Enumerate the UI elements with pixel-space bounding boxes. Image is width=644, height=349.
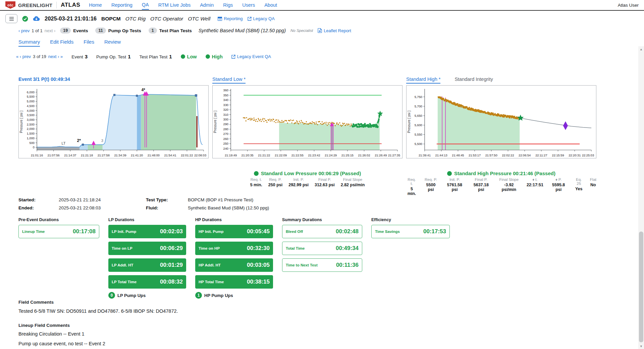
badge-label: Events: [73, 28, 88, 33]
tab-summary[interactable]: Summary: [18, 39, 40, 47]
job-next-link[interactable]: next ›: [45, 28, 56, 33]
standard-high-chart: 5,5005,5505,6005,6505,7005,75021:39:4121…: [406, 85, 596, 158]
cloud-download-icon[interactable]: [33, 16, 40, 21]
svg-text:21:53:17: 21:53:17: [469, 154, 481, 157]
nav-item-about[interactable]: About: [264, 1, 277, 9]
duration-value: 00:05:45: [247, 228, 270, 235]
nav-item-reporting[interactable]: Reporting: [111, 1, 132, 9]
scroll-up-arrow[interactable]: ▲: [638, 46, 644, 52]
standard-low-chart-block: Standard Low * 2402502602702802903003103…: [212, 77, 402, 158]
svg-text:21:22:55: 21:22:55: [291, 154, 304, 157]
fluid-value: Synthetic Based Mud (SBM) (12.50 ppg): [188, 205, 269, 210]
otc-logo-icon: otc: [5, 1, 15, 9]
svg-text:260: 260: [223, 137, 228, 141]
pump-op-test-counter: Pump Op. Test1: [96, 54, 130, 59]
svg-text:21:26:49: 21:26:49: [375, 154, 387, 157]
duration-label: HP Total Time: [199, 280, 224, 284]
scrollbar-thumb[interactable]: [639, 232, 643, 342]
standard-high-stat-columns: Req. t.5 min.Req. P.5500 psiInit. P.5761…: [406, 178, 596, 196]
standard-high-chart-svg: 5,5005,5505,6005,6505,7005,75021:39:4121…: [407, 86, 596, 158]
svg-text:280: 280: [223, 128, 228, 131]
svg-text:300: 300: [223, 118, 228, 121]
high-status-badge: High: [206, 54, 223, 59]
nav-item-rigs[interactable]: Rigs: [223, 1, 233, 9]
event-prev-link[interactable]: « ‹ prev: [16, 54, 31, 59]
job-badges: 19Events11Pump Op Tests1Test Plan Tests: [60, 28, 194, 34]
svg-text:240: 240: [223, 147, 228, 150]
stat-header: Final Slope: [341, 178, 365, 182]
svg-text:22:06:54: 22:06:54: [519, 154, 531, 157]
test-details: Started: 2025-03-21 21:18:24 Test Type: …: [18, 197, 269, 210]
nav-item-qa[interactable]: QA: [142, 0, 149, 10]
svg-text:21:20:35: 21:20:35: [241, 154, 254, 157]
duration-card-hp-addl-ht: HP Addl. HT00:03:05: [195, 258, 273, 272]
duration-value: 00:03:05: [247, 262, 270, 268]
scroll-down-arrow[interactable]: ▼: [638, 343, 644, 349]
stat-header: Req. P.: [423, 178, 438, 182]
svg-text:4*: 4*: [141, 88, 145, 92]
duration-card-time-on-lp: Time on LP00:06:29: [108, 242, 186, 255]
stat--t-: ♦ t.22:17:51: [527, 178, 543, 196]
job-page-indicator: 1 of 1: [32, 28, 43, 33]
svg-text:Pressure [ psi ]: Pressure [ psi ]: [407, 110, 411, 133]
tab-edit-fields[interactable]: Edit Fields: [50, 39, 73, 47]
svg-text:4,000: 4,000: [27, 109, 35, 112]
charts-row: Event 3/1 P(t) 00:49:34 LT2*34*05001,000…: [18, 77, 596, 161]
nav-item-home[interactable]: Home: [89, 1, 102, 9]
duration-card-time-on-hp: Time on HP00:32:30: [195, 242, 273, 255]
vertical-scrollbar[interactable]: ▲ ▼: [638, 46, 644, 349]
ended-value: 2025-03-21 22:08:03: [59, 205, 146, 210]
stat-value: 5 min.: [250, 183, 262, 187]
tab-standard-integrity[interactable]: Standard Integrity: [454, 77, 493, 82]
svg-text:5,700: 5,700: [415, 105, 422, 108]
stat-flat: FlatNo: [590, 178, 596, 196]
standard-low-chart: 2402502602702802903003103203303403503602…: [212, 85, 402, 158]
stat-final-slope: Final Slope2.82 psi/min: [341, 178, 365, 187]
svg-text:21:34:39: 21:34:39: [114, 154, 126, 157]
pumpups-lp-pump-ups: 0LP Pump Ups: [108, 292, 186, 299]
job-rig: OTC Rig: [125, 16, 146, 22]
svg-text:3,000: 3,000: [27, 118, 35, 121]
svg-text:21:57:50: 21:57:50: [485, 154, 497, 157]
stat-init-p-: Init. P.5761.58 psi: [444, 178, 465, 196]
stat-eq-25: Eq. 25Yes: [574, 178, 584, 196]
stat-final-p-: Final P.312.63 psi: [315, 178, 335, 187]
menu-button[interactable]: [5, 14, 17, 23]
legacy-qa-link[interactable]: Legacy QA: [248, 16, 275, 21]
job-prev-link[interactable]: ‹ prev: [18, 28, 30, 33]
user-menu[interactable]: Atlas User: [618, 3, 639, 8]
started-value: 2025-03-21 21:18:24: [59, 197, 146, 202]
lineup-comment-line: Pump up cause event, no test -- Event 2: [18, 340, 178, 347]
stat-value: 5637.18 psi: [471, 183, 491, 192]
svg-text:4,500: 4,500: [27, 104, 35, 108]
event-chart-title[interactable]: Event 3/1 P(t) 00:49:34: [18, 77, 70, 82]
event-next-link[interactable]: next › »: [48, 54, 63, 59]
svg-text:21:26:02: 21:26:02: [358, 154, 370, 157]
nav-item-rtm-live-jobs[interactable]: RTM Live Jobs: [158, 1, 191, 9]
tab-standard-high[interactable]: Standard High *: [406, 77, 440, 84]
reporting-link[interactable]: Reporting: [218, 16, 243, 21]
stat-req-p-: Req. P.5500 psi: [423, 178, 438, 196]
nav-item-admin[interactable]: Admin: [200, 1, 214, 9]
svg-text:21:21:22: 21:21:22: [258, 154, 270, 157]
stat-header: Final P.: [315, 178, 335, 182]
svg-text:270: 270: [223, 132, 228, 136]
svg-text:350: 350: [223, 94, 228, 97]
stat-value: 22:17:51: [527, 183, 543, 187]
duration-column-title: HP Durations: [195, 217, 273, 222]
event-chart-block: Event 3/1 P(t) 00:49:34 LT2*34*05001,000…: [18, 77, 209, 158]
tab-standard-low[interactable]: Standard Low *: [212, 77, 246, 84]
tab-review[interactable]: Review: [104, 39, 121, 47]
legacy-event-qa-link[interactable]: Legacy Event QA: [231, 54, 271, 59]
duration-value: 00:02:48: [336, 228, 359, 235]
duration-value: 00:06:29: [160, 245, 183, 252]
svg-text:500: 500: [29, 141, 35, 145]
tab-files[interactable]: Files: [84, 39, 94, 47]
stat-final-slope: Final Slope-3.92 psi/min: [497, 178, 521, 196]
svg-text:2*: 2*: [77, 138, 81, 143]
stat-header: Final P.: [471, 178, 491, 182]
duration-value: 00:11:36: [336, 262, 359, 268]
duration-card-lp-init-pump: LP Init. Pump00:02:03: [108, 225, 186, 238]
nav-item-users[interactable]: Users: [242, 1, 255, 9]
leaflet-report-link[interactable]: Leaflet Report: [318, 28, 351, 33]
